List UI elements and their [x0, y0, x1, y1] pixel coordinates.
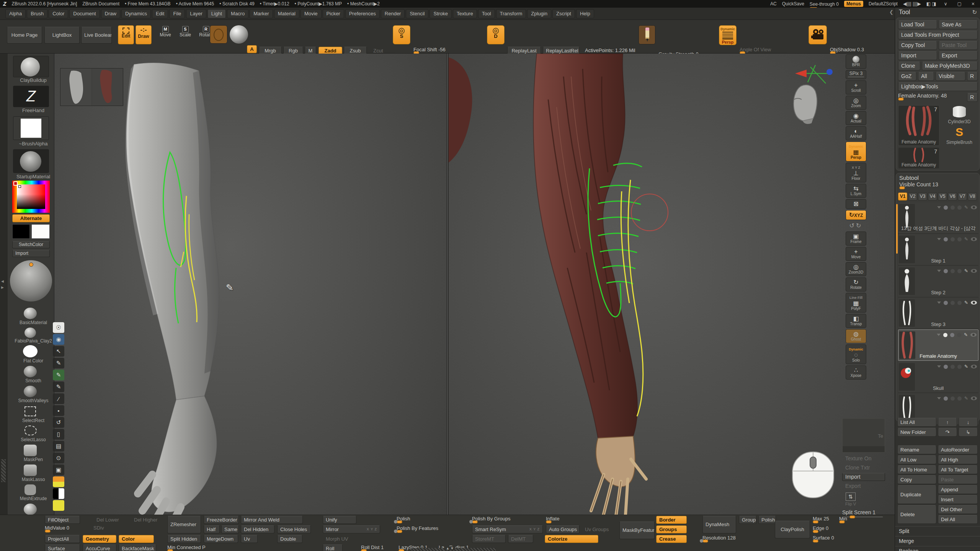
tab-v1[interactable]: V1: [898, 192, 907, 201]
menus-toggle-button[interactable]: Menus: [844, 1, 863, 7]
subtool-item[interactable]: ✎ Step 1: [898, 234, 978, 266]
color-palette-swatch[interactable]: [53, 476, 64, 487]
store-mt-button[interactable]: StoreMT: [472, 535, 506, 543]
viewport-right[interactable]: [449, 54, 895, 515]
clay-polish-button[interactable]: ClayPolish: [775, 521, 810, 538]
load-tools-from-project-button[interactable]: Load Tools From Project: [898, 31, 978, 39]
inflate-slider[interactable]: Inflate: [546, 516, 611, 522]
dynamesh-polish-button[interactable]: Polish: [758, 516, 776, 524]
menu-draw[interactable]: Draw: [101, 9, 120, 18]
paste-subtool-button[interactable]: Paste: [938, 475, 978, 484]
transp-button[interactable]: ◧Transp: [846, 314, 866, 328]
close-button[interactable]: ×: [969, 1, 977, 7]
main-color-swatch[interactable]: [12, 224, 30, 239]
colorize-button[interactable]: Colorize: [545, 535, 598, 543]
material-preview-sphere[interactable]: [10, 260, 52, 302]
paint-a-toggle[interactable]: A: [247, 45, 257, 53]
goz-all-button[interactable]: All: [918, 72, 934, 81]
tool-r-button[interactable]: R: [967, 93, 978, 102]
menu-render[interactable]: Render: [381, 9, 405, 18]
morph-uv-button[interactable]: Morph UV: [323, 535, 356, 543]
export-tool-button[interactable]: Export: [939, 51, 978, 60]
canvas[interactable]: ✎: [54, 54, 895, 515]
camera-icon[interactable]: ⊙: [53, 453, 64, 463]
split-screen-slider[interactable]: Split Screen 1: [842, 510, 883, 517]
move-down-button[interactable]: ↓: [959, 418, 978, 427]
load-tool-button[interactable]: Load Tool: [898, 20, 937, 29]
clone-button[interactable]: Clone: [898, 62, 920, 70]
make-polymesh3d-button[interactable]: Make PolyMesh3D: [922, 62, 978, 70]
menu-layer[interactable]: Layer: [186, 9, 206, 18]
clipboard-icon[interactable]: ▣: [53, 465, 64, 475]
half-button[interactable]: Half: [204, 525, 220, 533]
menu-preferences[interactable]: Preferences: [345, 9, 380, 18]
tab-v5[interactable]: V5: [938, 192, 947, 201]
spix-slider[interactable]: SPix 3: [846, 70, 866, 79]
persp-button[interactable]: Dynamic Persp: [719, 25, 737, 45]
goz-visible-button[interactable]: Visible: [936, 72, 965, 81]
insert-button[interactable]: Insert: [938, 495, 978, 504]
dot-brush-icon[interactable]: •: [53, 405, 64, 416]
trash-icon[interactable]: ▯: [53, 429, 64, 440]
switch-color-button[interactable]: SwitchColor: [12, 241, 50, 248]
layout-switch-icon[interactable]: ◧ ◨: [926, 1, 936, 7]
close-holes-button[interactable]: Close Holes: [277, 525, 311, 533]
save-as-button[interactable]: Save As: [939, 20, 978, 29]
roll-button[interactable]: Roll: [323, 544, 343, 551]
polish-by-features-slider[interactable]: Polish By Features: [397, 525, 452, 531]
menu-tool[interactable]: Tool: [478, 9, 495, 18]
goz-r-button[interactable]: R: [967, 72, 978, 81]
texture-preview[interactable]: Te: [842, 418, 885, 453]
flip-v-button[interactable]: ⇅ Flip V: [842, 492, 859, 507]
all-to-home-button[interactable]: All To Home: [897, 465, 936, 474]
panel-collapse-arrow-icon[interactable]: ❮: [889, 9, 893, 15]
restore-button[interactable]: ▢: [955, 1, 964, 7]
subtool-item[interactable]: ✎ Skull: [898, 362, 978, 393]
bpr-button[interactable]: ●BPR: [846, 54, 866, 69]
tool-refresh-icon[interactable]: ↻: [972, 9, 977, 16]
menu-picker[interactable]: Picker: [323, 9, 344, 18]
home-page-button[interactable]: Home Page: [7, 27, 42, 44]
bw-swatch[interactable]: [53, 488, 64, 499]
dynamesh-groups-button[interactable]: Groups: [739, 516, 756, 524]
knife-icon[interactable]: ∕: [53, 393, 64, 404]
active-tool-slider[interactable]: Female Anatomy. 48: [898, 93, 965, 99]
menu-zscript[interactable]: Zscript: [552, 9, 575, 18]
dynamic-size-button[interactable]: ◎ D: [487, 25, 505, 44]
undo-icon[interactable]: ↺: [53, 417, 64, 428]
angle-of-view-slider[interactable]: Angle Of View: [740, 47, 793, 52]
accu-curve-button[interactable]: AccuCurve: [83, 544, 116, 551]
zadd-pen-icon[interactable]: ✎: [53, 358, 64, 368]
surface-button[interactable]: Surface: [45, 544, 80, 551]
menu-macro[interactable]: Macro: [227, 9, 248, 18]
polish-by-groups-slider[interactable]: Polish By Groups: [472, 516, 533, 522]
zoom3d-button[interactable]: ◎Zoom3D: [846, 262, 866, 276]
tool-thumb-simplebrush[interactable]: S SimpleBrush: [941, 126, 978, 146]
same-button[interactable]: Same: [221, 525, 239, 533]
paste-tool-button[interactable]: Paste Tool: [939, 41, 978, 50]
del-all-button[interactable]: Del All: [938, 515, 978, 524]
edge-slider[interactable]: Edge 0: [813, 525, 851, 531]
menu-stencil[interactable]: Stencil: [406, 9, 428, 18]
menu-movie[interactable]: Movie: [301, 9, 322, 18]
alternate-button[interactable]: Alternate: [12, 214, 50, 222]
all-to-target-button[interactable]: All To Target: [938, 465, 978, 474]
move-up-button[interactable]: ↑: [938, 418, 957, 427]
menu-color[interactable]: Color: [49, 9, 68, 18]
split-section-button[interactable]: Split: [895, 526, 980, 536]
yellow-swatch[interactable]: [53, 500, 64, 511]
tab-v6[interactable]: V6: [948, 192, 957, 201]
rotate-yz-icons[interactable]: ↺↻: [846, 221, 866, 230]
menu-brush[interactable]: Brush: [27, 9, 47, 18]
aahalf-button[interactable]: ◐AAHalf: [846, 126, 866, 140]
border-toggle[interactable]: Border: [656, 516, 687, 524]
secondary-color-swatch[interactable]: [31, 224, 50, 239]
fill-object-button[interactable]: FillObject: [45, 516, 80, 524]
tab-v3[interactable]: V3: [918, 192, 927, 201]
menu-file[interactable]: File: [169, 9, 185, 18]
tray-collapse-icon[interactable]: ◀: [1, 279, 4, 283]
menu-material[interactable]: Material: [274, 9, 299, 18]
folder-redo-button[interactable]: ↷: [938, 428, 957, 437]
smart-resym-button[interactable]: Smart ReSymX Y Z: [472, 525, 543, 533]
list-all-button[interactable]: List All: [897, 418, 936, 427]
